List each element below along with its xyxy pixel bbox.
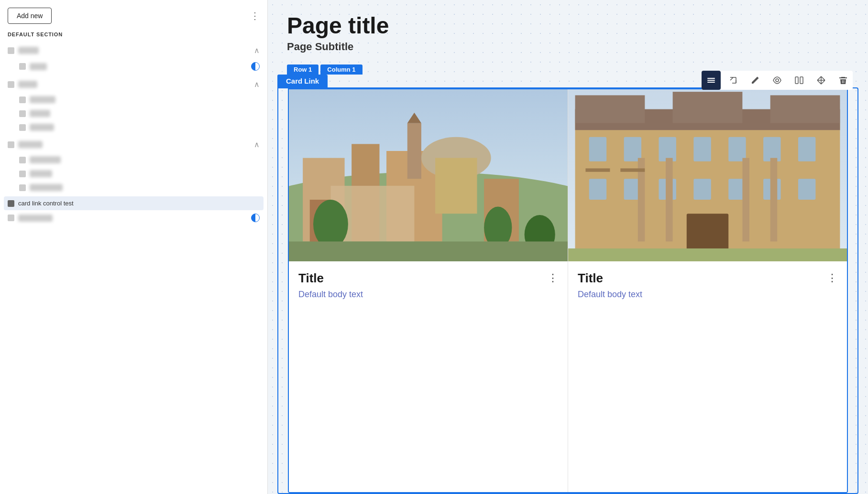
view-button[interactable]	[768, 71, 787, 90]
card-2-title: Title	[578, 271, 603, 286]
row-label: Row 1	[287, 64, 319, 75]
child2b-left	[19, 110, 50, 117]
child3b-label	[30, 170, 52, 177]
sidebar-children-3	[4, 153, 264, 194]
sidebar-item-child2b[interactable]	[15, 107, 264, 120]
more-icon[interactable]: ⋮	[250, 10, 260, 21]
card-1: Title ⋮ Default body text	[289, 89, 568, 492]
column-button[interactable]	[790, 71, 809, 90]
card-1-title-row: Title ⋮	[298, 271, 558, 286]
last-item-icon	[8, 215, 14, 221]
card-1-image	[289, 89, 568, 261]
delete-button[interactable]	[834, 71, 853, 90]
group2-icon	[8, 81, 14, 88]
svg-rect-27	[770, 95, 840, 123]
sidebar-item-child2c[interactable]	[15, 120, 264, 134]
child2a-icon	[19, 97, 26, 103]
chevron-up-icon-1[interactable]: ∧	[254, 46, 260, 55]
group1-label	[18, 47, 39, 54]
svg-rect-2	[707, 82, 715, 83]
child2b-icon	[19, 110, 26, 117]
child3b-left	[19, 170, 52, 177]
last-item-left	[8, 215, 53, 222]
card-1-title: Title	[298, 271, 324, 286]
card-1-body: Title ⋮ Default body text	[289, 261, 568, 307]
svg-rect-44	[666, 158, 673, 241]
group3-label	[18, 141, 43, 148]
card-1-menu-icon[interactable]: ⋮	[548, 272, 558, 284]
child2b-label	[30, 110, 50, 117]
card-2-body-text: Default body text	[578, 290, 837, 300]
svg-rect-35	[589, 179, 606, 200]
svg-rect-34	[798, 137, 815, 161]
page-title: Page title	[287, 13, 849, 39]
sidebar-item-child1a[interactable]	[15, 59, 264, 74]
sidebar-children-1	[4, 59, 264, 74]
sidebar-item-card-link-control-test[interactable]: card link control test	[4, 196, 264, 210]
child2a-left	[19, 96, 55, 103]
child1a-badge	[251, 62, 260, 71]
child1a-left	[19, 63, 47, 70]
card-2-body: Title ⋮ Default body text	[568, 261, 847, 307]
svg-rect-28	[589, 137, 606, 161]
chevron-up-icon-3[interactable]: ∧	[254, 140, 260, 149]
svg-point-3	[776, 79, 779, 82]
sidebar-group-header-2[interactable]: ∧	[4, 76, 264, 93]
svg-rect-29	[624, 137, 641, 161]
move-button[interactable]	[812, 71, 831, 90]
group2-label	[18, 81, 37, 88]
child3c-label	[30, 184, 63, 191]
svg-rect-4	[795, 77, 798, 84]
sidebar-item-last[interactable]	[4, 210, 264, 226]
card-2-menu-icon[interactable]: ⋮	[827, 272, 837, 284]
sidebar-children-2	[4, 93, 264, 134]
svg-rect-49	[620, 168, 645, 172]
svg-rect-13	[407, 123, 421, 179]
sidebar-group-header-1[interactable]: ∧	[4, 42, 264, 59]
sidebar-group-header-3[interactable]: ∧	[4, 136, 264, 153]
svg-rect-46	[770, 158, 778, 241]
sidebar-item-child3a[interactable]	[15, 153, 264, 167]
page-subtitle: Page Subtitle	[287, 41, 849, 53]
add-new-button[interactable]: Add new	[8, 8, 52, 24]
card-link-icon	[8, 200, 14, 207]
sidebar-item-child2a[interactable]	[15, 93, 264, 107]
svg-rect-41	[798, 179, 815, 200]
child3c-left	[19, 184, 63, 191]
settings-button[interactable]	[702, 71, 721, 90]
child3b-icon	[19, 171, 26, 177]
last-item-label	[18, 215, 53, 222]
child2c-label	[30, 124, 54, 131]
sidebar: Add new ⋮ DEFAULT SECTION ∧	[0, 0, 268, 494]
layout-button[interactable]	[724, 71, 743, 90]
component-label: Card Link	[277, 75, 328, 87]
card-wrapper: Title ⋮ Default body text	[277, 87, 858, 494]
svg-rect-33	[763, 137, 780, 161]
child3a-icon	[19, 157, 26, 163]
group1-icon	[8, 47, 14, 54]
edit-button[interactable]	[746, 71, 765, 90]
group3-icon	[8, 141, 14, 148]
child1a-label	[30, 63, 47, 70]
child2c-left	[19, 124, 54, 131]
card-area: Title ⋮ Default body text	[288, 88, 848, 493]
last-item-badge	[251, 214, 260, 222]
sidebar-group-2: ∧	[4, 76, 264, 134]
page-header: Page title Page Subtitle	[268, 0, 868, 53]
svg-rect-38	[693, 179, 711, 200]
svg-rect-25	[575, 95, 645, 123]
sidebar-group-title-1	[8, 47, 39, 54]
svg-rect-32	[728, 137, 746, 161]
sidebar-item-child3b[interactable]	[15, 167, 264, 181]
sidebar-group-title-3	[8, 141, 43, 148]
child3a-left	[19, 156, 61, 163]
active-item-left: card link control test	[8, 200, 74, 207]
card-2-title-row: Title ⋮	[578, 271, 837, 286]
col-label: Column 1	[320, 64, 362, 75]
svg-rect-1	[707, 80, 715, 81]
sidebar-group-1: ∧	[4, 42, 264, 74]
child3c-icon	[19, 184, 26, 191]
sidebar-item-child3c[interactable]	[15, 181, 264, 194]
chevron-up-icon-2[interactable]: ∧	[254, 80, 260, 89]
svg-rect-0	[707, 78, 715, 79]
